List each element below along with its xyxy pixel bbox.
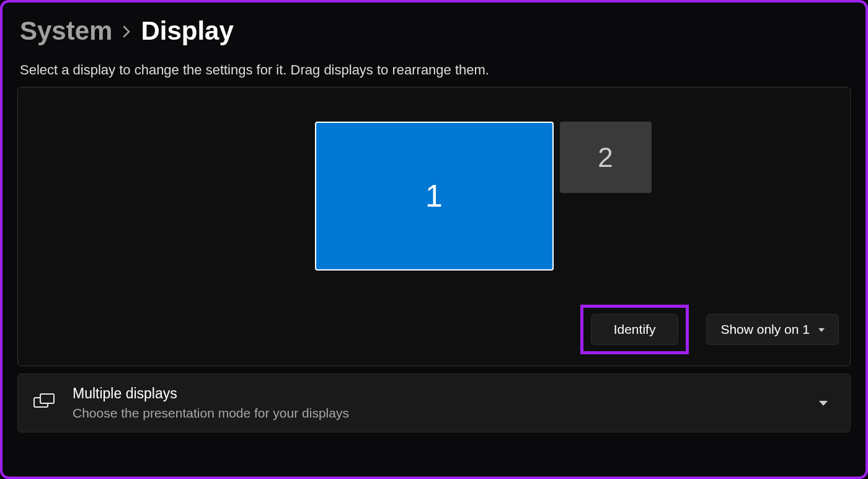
identify-highlight-frame: Identify xyxy=(580,305,689,354)
multiple-displays-section[interactable]: Multiple displays Choose the presentatio… xyxy=(17,374,851,432)
display-monitor-2[interactable]: 2 xyxy=(560,122,652,193)
section-text: Multiple displays Choose the presentatio… xyxy=(73,385,819,421)
display-arrangement-area[interactable]: 1 2 xyxy=(18,87,850,305)
multiple-displays-icon xyxy=(33,393,55,414)
projection-mode-dropdown[interactable]: Show only on 1 xyxy=(706,314,839,345)
chevron-down-icon xyxy=(819,401,828,406)
breadcrumb-current: Display xyxy=(141,16,233,46)
display-2-label: 2 xyxy=(598,142,613,173)
chevron-down-icon xyxy=(818,328,825,332)
identify-button[interactable]: Identify xyxy=(591,314,679,345)
section-subtitle: Choose the presentation mode for your di… xyxy=(73,406,819,421)
display-arrangement-panel: 1 2 Identify Show only on 1 xyxy=(17,87,851,366)
display-1-label: 1 xyxy=(425,178,443,214)
projection-mode-selected: Show only on 1 xyxy=(720,322,810,337)
breadcrumb-parent-link[interactable]: System xyxy=(20,16,112,46)
chevron-right-icon xyxy=(122,24,131,42)
breadcrumb: System Display xyxy=(17,16,851,46)
instruction-text: Select a display to change the settings … xyxy=(17,62,851,78)
panel-actions: Identify Show only on 1 xyxy=(580,305,839,354)
svg-rect-1 xyxy=(40,394,54,403)
display-monitor-1[interactable]: 1 xyxy=(315,122,554,271)
section-title: Multiple displays xyxy=(73,385,819,402)
